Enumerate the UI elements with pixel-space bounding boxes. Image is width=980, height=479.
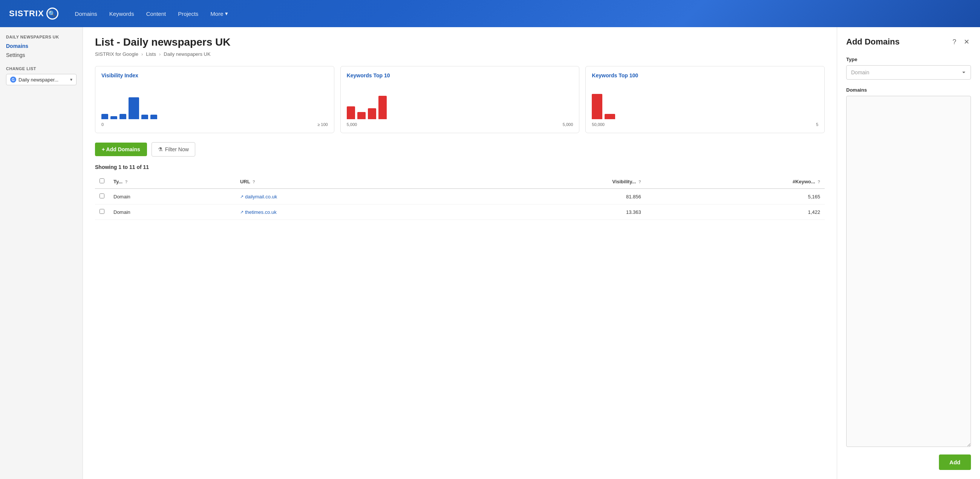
external-link-icon: ↗ — [240, 194, 243, 199]
domains-label: Domains — [846, 87, 971, 93]
table-row: Domain ↗ thetimes.co.uk 13.363 1,422 — [95, 204, 825, 220]
cell-visibility: 13.363 — [461, 204, 646, 220]
charts-row: Visibility Index 0 ≥ 100 Keywords Top 10 — [95, 66, 825, 133]
nav-item-projects[interactable]: Projects — [173, 8, 203, 20]
change-list-dropdown[interactable]: G Daily newspaper... ▾ — [6, 74, 76, 85]
chart-label-left: 5,000 — [347, 122, 357, 127]
showing-text: Showing 1 to 11 of 11 — [95, 164, 825, 170]
chart-title: Keywords Top 100 — [592, 72, 818, 78]
breadcrumb-item-2[interactable]: Lists — [146, 51, 156, 57]
chart-title: Visibility Index — [102, 72, 328, 78]
help-icon[interactable]: ? — [253, 180, 255, 184]
close-button[interactable]: ✕ — [962, 36, 971, 48]
chart-label-right: 5 — [816, 122, 818, 127]
sidebar: DAILY NEWSPAPERS UK Domains Settings CHA… — [0, 27, 83, 479]
chart-labels: 5,000 5,000 — [347, 122, 573, 127]
row-checkbox-cell[interactable] — [95, 188, 109, 204]
breadcrumb-item-1[interactable]: SISTRIX for Google — [95, 51, 138, 57]
url-link[interactable]: ↗ thetimes.co.uk — [240, 209, 456, 215]
main-content: List - Daily newspapers UK SISTRIX for G… — [83, 27, 837, 479]
page-title: List - Daily newspapers UK — [95, 36, 825, 48]
logo-text: SISTRIX — [9, 9, 44, 19]
domains-textarea[interactable] — [846, 96, 971, 447]
bar — [347, 106, 355, 119]
cell-type: Domain — [109, 188, 235, 204]
chart-bars — [592, 83, 818, 121]
add-domains-button[interactable]: + Add Domains — [95, 142, 147, 156]
row-checkbox[interactable] — [100, 209, 104, 214]
cell-visibility: 81.856 — [461, 188, 646, 204]
data-table: Ty... ? URL ? Visibility... ? #Keywo... … — [95, 175, 825, 220]
row-checkbox[interactable] — [100, 193, 104, 198]
sidebar-section-title: DAILY NEWSPAPERS UK — [6, 35, 76, 39]
panel-header-actions: ? ✕ — [951, 36, 971, 48]
bar — [368, 108, 376, 119]
chart-label-right: 5,000 — [563, 122, 573, 127]
chart-label-left: 0 — [102, 122, 103, 127]
filter-now-button[interactable]: ⚗ Filter Now — [151, 142, 195, 156]
breadcrumb-separator: › — [159, 51, 161, 57]
select-all-checkbox[interactable] — [100, 179, 104, 183]
col-header-url: URL ? — [235, 175, 461, 188]
app-header: SISTRIX 🔍 Domains Keywords Content Proje… — [0, 0, 980, 27]
col-header-visibility: Visibility... ? — [461, 175, 646, 188]
logo-icon: 🔍 — [46, 8, 59, 20]
change-list-label: CHANGE LIST — [6, 66, 76, 71]
type-select[interactable]: Domain — [846, 65, 971, 80]
help-icon[interactable]: ? — [125, 180, 128, 184]
nav-item-more[interactable]: More ▾ — [206, 7, 232, 20]
col-header-keywords: #Keywo... ? — [646, 175, 825, 188]
bar — [357, 112, 366, 119]
bar — [102, 114, 108, 119]
bar — [379, 96, 387, 119]
filter-icon: ⚗ — [158, 146, 163, 152]
cell-keywords: 1,422 — [646, 204, 825, 220]
nav-item-domains[interactable]: Domains — [70, 8, 102, 20]
bar — [129, 97, 139, 119]
bar — [110, 116, 117, 119]
external-link-icon: ↗ — [240, 210, 243, 215]
help-icon[interactable]: ? — [638, 180, 641, 184]
chart-bars — [347, 83, 573, 121]
cell-url[interactable]: ↗ thetimes.co.uk — [235, 204, 461, 220]
cell-url[interactable]: ↗ dailymail.co.uk — [235, 188, 461, 204]
add-button[interactable]: Add — [939, 455, 971, 470]
chart-labels: 0 ≥ 100 — [102, 122, 328, 127]
nav-item-content[interactable]: Content — [142, 8, 171, 20]
chart-label-left: 50,000 — [592, 122, 605, 127]
bar — [142, 115, 148, 119]
breadcrumb-item-3: Daily newspapers UK — [164, 51, 210, 57]
sidebar-item-settings[interactable]: Settings — [6, 51, 76, 59]
col-header-type: Ty... ? — [109, 175, 235, 188]
cell-keywords: 5,165 — [646, 188, 825, 204]
panel-header: Add Domains ? ✕ — [846, 36, 971, 48]
main-nav: Domains Keywords Content Projects More ▾ — [70, 7, 232, 20]
nav-item-keywords[interactable]: Keywords — [105, 8, 139, 20]
type-label: Type — [846, 57, 971, 62]
breadcrumb-separator: › — [142, 51, 143, 57]
sidebar-item-domains[interactable]: Domains — [6, 42, 76, 50]
chevron-down-icon: ▾ — [225, 10, 228, 17]
url-link[interactable]: ↗ dailymail.co.uk — [240, 194, 456, 200]
bar — [150, 115, 157, 119]
cell-type: Domain — [109, 204, 235, 220]
table-row: Domain ↗ dailymail.co.uk 81.856 5,165 — [95, 188, 825, 204]
help-icon[interactable]: ? — [818, 180, 820, 184]
select-all-header[interactable] — [95, 175, 109, 188]
bar — [119, 114, 126, 119]
main-layout: DAILY NEWSPAPERS UK Domains Settings CHA… — [0, 27, 980, 479]
chart-keywords-top10: Keywords Top 10 5,000 5,000 — [340, 66, 580, 133]
table-header-row: Ty... ? URL ? Visibility... ? #Keywo... … — [95, 175, 825, 188]
breadcrumb: SISTRIX for Google › Lists › Daily newsp… — [95, 51, 825, 57]
row-checkbox-cell[interactable] — [95, 204, 109, 220]
google-icon: G — [10, 77, 16, 83]
actions-row: + Add Domains ⚗ Filter Now — [95, 142, 825, 156]
chart-label-right: ≥ 100 — [317, 122, 328, 127]
chart-bars — [102, 83, 328, 121]
panel-footer: Add — [846, 455, 971, 470]
chart-visibility-index: Visibility Index 0 ≥ 100 — [95, 66, 334, 133]
help-button[interactable]: ? — [951, 37, 958, 48]
logo[interactable]: SISTRIX 🔍 — [9, 8, 59, 20]
chart-title: Keywords Top 10 — [347, 72, 573, 78]
chart-labels: 50,000 5 — [592, 122, 818, 127]
